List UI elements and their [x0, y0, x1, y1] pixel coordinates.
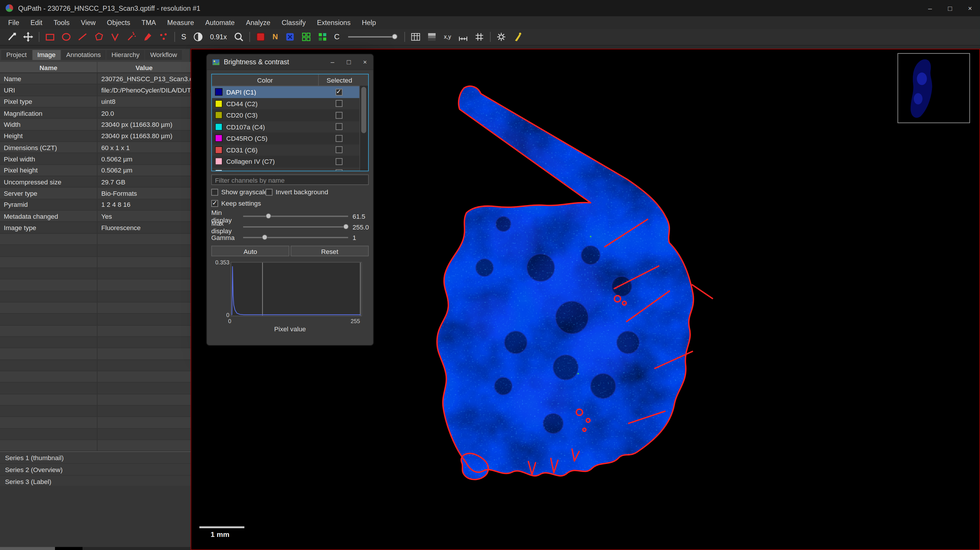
tab-hierarchy[interactable]: Hierarchy	[107, 50, 145, 60]
tab-workflow[interactable]: Workflow	[145, 50, 182, 60]
horizontal-scrollbar[interactable]	[0, 547, 191, 550]
polyline-tool-button[interactable]	[107, 30, 123, 44]
table-row[interactable]: Uncompressed size29.7 GB	[0, 176, 191, 188]
tab-project[interactable]: Project	[1, 50, 32, 60]
table-row[interactable]: Dimensions (CZT)60 x 1 x 1	[0, 142, 191, 153]
channel-row[interactable]: DAPI (C1)	[212, 86, 368, 98]
channel-row[interactable]: Podoplanin (C8)	[212, 167, 368, 171]
name-column-header[interactable]: Name	[0, 62, 97, 73]
series-item[interactable]: Series 1 (thumbnail)	[0, 452, 191, 464]
menu-file[interactable]: File	[3, 18, 25, 27]
min-display-thumb[interactable]	[266, 213, 271, 219]
channel-checkbox[interactable]	[335, 100, 342, 107]
measurement-map-button[interactable]	[424, 30, 440, 44]
minimize-button[interactable]: –	[920, 0, 940, 16]
table-row[interactable]: Magnification20.0	[0, 108, 191, 119]
channel-checkbox[interactable]	[335, 123, 342, 130]
show-coordinates-button[interactable]: x,y	[440, 30, 455, 44]
zoom-to-fit-button[interactable]	[231, 30, 247, 44]
value-column-header[interactable]: Value	[97, 62, 191, 73]
menu-edit[interactable]: Edit	[25, 18, 48, 27]
channel-table-scrollbar[interactable]	[360, 86, 368, 171]
table-row[interactable]: Pixel height0.5062 µm	[0, 165, 191, 176]
tab-annotations[interactable]: Annotations	[61, 50, 106, 60]
gamma-slider[interactable]	[243, 237, 348, 238]
scrollbar-thumb[interactable]	[0, 547, 55, 550]
points-tool-button[interactable]	[156, 30, 172, 44]
ellipse-tool-button[interactable]	[58, 30, 75, 44]
close-button[interactable]: ×	[960, 0, 980, 16]
show-detections-button[interactable]	[298, 30, 314, 44]
grid-toggle-button[interactable]	[471, 30, 487, 44]
brush-tool-button[interactable]	[139, 30, 156, 44]
table-row[interactable]: URIfile:/D:/PhenoCycler/DILA/DUTRE...	[0, 84, 191, 96]
scalebar-toggle-button[interactable]	[455, 30, 471, 44]
maximize-button[interactable]: □	[940, 0, 960, 16]
table-row[interactable]: Height23040 px (11663.80 µm)	[0, 131, 191, 142]
menu-extensions[interactable]: Extensions	[312, 18, 356, 27]
max-display-slider[interactable]	[243, 226, 348, 228]
menu-view[interactable]: View	[75, 18, 102, 27]
channel-row[interactable]: CD20 (C3)	[212, 109, 368, 121]
auto-button[interactable]: Auto	[211, 246, 290, 257]
pen-tool-button[interactable]	[4, 30, 20, 44]
channel-row[interactable]: CD45RO (C5)	[212, 132, 368, 144]
show-annotations-button[interactable]	[252, 30, 269, 44]
line-tool-button[interactable]	[75, 30, 91, 44]
move-tool-button[interactable]	[20, 30, 37, 44]
gamma-thumb[interactable]	[262, 234, 267, 240]
keep-settings-checkbox[interactable]	[211, 200, 218, 207]
polygon-tool-button[interactable]	[91, 30, 107, 44]
dialog-close-button[interactable]: ×	[357, 54, 373, 70]
table-row[interactable]: Server typeBio-Formats	[0, 188, 191, 199]
show-names-button[interactable]: N	[269, 30, 282, 44]
wand-tool-button[interactable]	[123, 30, 139, 44]
channel-checkbox[interactable]	[335, 112, 342, 119]
table-row[interactable]: Pyramid1 2 4 8 16	[0, 199, 191, 210]
dialog-minimize-button[interactable]: –	[324, 54, 340, 70]
channel-row[interactable]: CD107a (C4)	[212, 121, 368, 132]
invert-background-checkbox[interactable]	[266, 188, 272, 196]
overview-thumbnail[interactable]	[897, 53, 970, 123]
show-grayscale-option[interactable]: Show grayscale	[211, 188, 267, 196]
channel-checkbox[interactable]	[335, 146, 342, 153]
selection-mode-button[interactable]: S	[177, 30, 190, 44]
rectangle-tool-button[interactable]	[42, 30, 58, 44]
channel-row[interactable]: Collagen IV (C7)	[212, 156, 368, 167]
channel-checkbox[interactable]	[335, 158, 342, 165]
table-row[interactable]: Width23040 px (11663.80 µm)	[0, 119, 191, 130]
min-display-slider[interactable]	[243, 215, 348, 217]
magnification-value[interactable]: 0.91x	[206, 30, 231, 44]
channel-checkbox[interactable]	[335, 169, 342, 171]
dialog-title-bar[interactable]: Brightness & contrast – □ ×	[207, 54, 373, 70]
script-pin-button[interactable]	[509, 30, 525, 44]
menu-automate[interactable]: Automate	[199, 18, 240, 27]
menu-objects[interactable]: Objects	[101, 18, 136, 27]
preferences-gear-button[interactable]	[493, 30, 509, 44]
selected-column-header[interactable]: Selected	[318, 75, 360, 86]
pixel-classification-button[interactable]: C	[330, 30, 343, 44]
channel-scrollbar-thumb[interactable]	[361, 87, 366, 133]
channel-row[interactable]: CD31 (C6)	[212, 144, 368, 156]
filter-channels-input[interactable]	[211, 174, 369, 185]
series-item[interactable]: Series 2 (Overview)	[0, 464, 191, 476]
measurement-table-button[interactable]	[408, 30, 424, 44]
tab-image[interactable]: Image	[32, 50, 60, 60]
brightness-contrast-button[interactable]	[190, 30, 206, 44]
table-row[interactable]: Pixel width0.5062 µm	[0, 153, 191, 165]
table-row[interactable]: Image typeFluorescence	[0, 222, 191, 234]
menu-tools[interactable]: Tools	[48, 18, 75, 27]
table-row[interactable]: Pixel typeuint8	[0, 96, 191, 107]
channel-checkbox[interactable]	[335, 135, 342, 142]
table-row[interactable]: Name230726_HNSCC_P13_Scan3.qptiff ...	[0, 73, 191, 84]
reset-button[interactable]: Reset	[291, 246, 369, 257]
channel-row[interactable]: CD44 (C2)	[212, 98, 368, 109]
table-row[interactable]: Metadata changedYes	[0, 211, 191, 222]
keep-settings-option[interactable]: Keep settings	[211, 199, 261, 207]
fill-detections-button[interactable]	[314, 30, 330, 44]
menu-help[interactable]: Help	[356, 18, 382, 27]
channel-checkbox[interactable]	[335, 89, 342, 96]
opacity-slider-thumb[interactable]	[392, 34, 398, 39]
opacity-slider[interactable]	[348, 37, 397, 38]
show-grayscale-checkbox[interactable]	[211, 188, 218, 196]
